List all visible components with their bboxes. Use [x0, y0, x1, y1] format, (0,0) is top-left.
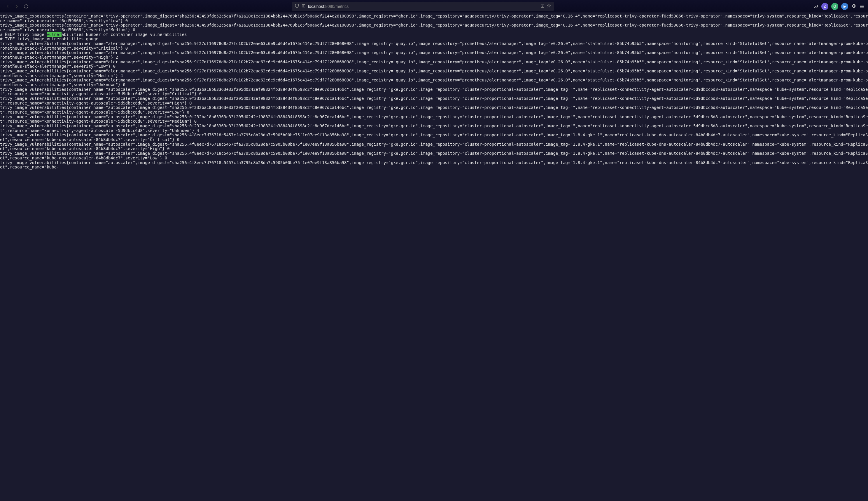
reload-button[interactable] — [22, 2, 30, 11]
extension-pill-1[interactable]: Z — [821, 3, 828, 10]
browser-toolbar: localhost:8080/metrics Z G ▶ — [0, 0, 868, 13]
toolbar-right-icons: Z G ▶ — [813, 3, 865, 10]
back-button[interactable] — [3, 2, 12, 11]
extension-pill-2[interactable]: G — [831, 3, 838, 10]
url-host: localhost — [308, 4, 324, 9]
metrics-line: trivy_image_exposedsecrets{container_nam… — [0, 23, 868, 32]
extensions-icon[interactable] — [851, 4, 856, 9]
reader-mode-icon[interactable] — [540, 3, 545, 9]
url-bar-wrapper: localhost:8080/metrics — [292, 2, 554, 11]
metrics-content[interactable]: trivy_image_exposedsecrets{container_nam… — [0, 13, 868, 170]
url-text: localhost:8080/metrics — [308, 4, 538, 9]
metrics-line: trivy_image_vulnerabilities{container_na… — [0, 133, 868, 142]
metrics-line: trivy_image_vulnerabilities{container_na… — [0, 60, 868, 69]
metrics-line: # HELP trivy_image_vulnerabilities Numbe… — [0, 32, 868, 37]
svg-point-1 — [304, 6, 304, 7]
metrics-line: # TYPE trivy_image_vulnerabilities gauge — [0, 37, 868, 41]
forward-button[interactable] — [13, 2, 21, 11]
find-highlight: vulner — [47, 32, 62, 37]
shield-icon — [295, 3, 299, 9]
metrics-line: trivy_image_vulnerabilities{container_na… — [0, 69, 868, 78]
bookmark-star-icon[interactable] — [547, 3, 551, 9]
nav-buttons — [3, 2, 33, 11]
reload-icon — [24, 4, 29, 9]
metrics-line: trivy_image_vulnerabilities{container_na… — [0, 142, 868, 151]
metrics-line: trivy_image_vulnerabilities{container_na… — [0, 96, 868, 105]
metrics-line: trivy_image_vulnerabilities{container_na… — [0, 87, 868, 96]
metrics-line: trivy_image_vulnerabilities{container_na… — [0, 78, 868, 87]
page-info-icon — [301, 4, 306, 9]
metrics-line: trivy_image_vulnerabilities{container_na… — [0, 124, 868, 133]
metrics-line: trivy_image_vulnerabilities{container_na… — [0, 41, 868, 51]
url-path: /metrics — [334, 4, 349, 9]
metrics-line: trivy_image_vulnerabilities{container_na… — [0, 161, 868, 170]
pocket-icon[interactable] — [813, 4, 818, 9]
url-port: :8080 — [324, 4, 334, 9]
url-actions — [540, 3, 551, 9]
extension-pill-3[interactable]: ▶ — [841, 3, 848, 10]
metrics-line: trivy_image_exposedsecrets{container_nam… — [0, 14, 868, 23]
metrics-line: trivy_image_vulnerabilities{container_na… — [0, 51, 868, 60]
url-bar[interactable]: localhost:8080/metrics — [292, 2, 554, 11]
arrow-right-icon — [14, 4, 19, 9]
metrics-line: trivy_image_vulnerabilities{container_na… — [0, 151, 868, 160]
hamburger-menu-icon[interactable] — [859, 4, 865, 9]
arrow-left-icon — [5, 4, 10, 9]
metrics-line: trivy_image_vulnerabilities{container_na… — [0, 105, 868, 115]
metrics-line: trivy_image_vulnerabilities{container_na… — [0, 115, 868, 124]
